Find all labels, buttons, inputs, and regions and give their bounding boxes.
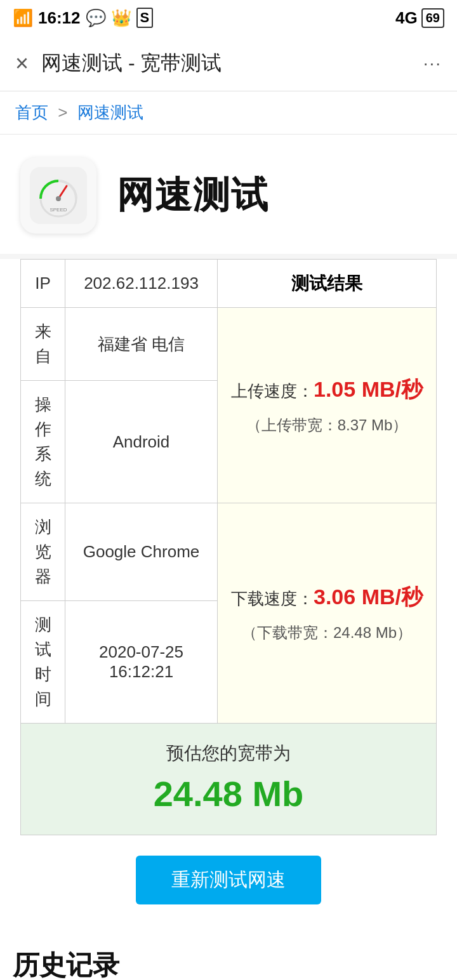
download-speed-value: 3.06 MB/秒	[314, 585, 423, 609]
from-row: 来自 福建省 电信 上传速度：1.05 MB/秒 （上传带宽：8.37 Mb）	[21, 308, 437, 381]
battery-display: 69	[421, 8, 444, 28]
info-table-wrapper: IP 202.62.112.193 测试结果 来自 福建省 电信 上传速度：1.…	[0, 259, 457, 835]
speedometer-icon: SPEED	[30, 167, 87, 224]
title-bar-left: × 网速测试 - 宽带测试	[15, 50, 222, 77]
download-bw-info: （下载带宽：24.48 Mb）	[230, 616, 423, 648]
history-section: 历史记录 时间 IP 上传速度 上传带宽 下载速度 下载带宽 16:12 202…	[0, 925, 457, 980]
4g-label: 4G	[395, 8, 418, 28]
os-label: 操作系统	[21, 381, 65, 503]
ip-label: IP	[21, 260, 65, 308]
download-speed-label: 下载速度：3.06 MB/秒	[230, 578, 423, 616]
status-left: 📶 16:12 💬 👑 S	[13, 8, 153, 28]
estimate-value: 24.48 Mb	[34, 773, 423, 814]
info-table: IP 202.62.112.193 测试结果 来自 福建省 电信 上传速度：1.…	[20, 259, 437, 724]
status-right: 4G 69	[395, 8, 444, 28]
svg-point-3	[56, 196, 61, 201]
wechat-icon: 💬	[86, 8, 106, 28]
app-header: SPEED 网速测试	[0, 135, 457, 254]
download-result-cell: 下载速度：3.06 MB/秒 （下载带宽：24.48 Mb）	[218, 503, 437, 724]
from-value: 福建省 电信	[65, 308, 218, 381]
more-options-icon[interactable]: ···	[423, 53, 442, 74]
time-value: 2020-07-25 16:12:21	[65, 601, 218, 724]
crown-icon: 👑	[111, 8, 131, 28]
estimate-section: 预估您的宽带为 24.48 Mb	[20, 724, 437, 835]
time-label: 测试时间	[21, 601, 65, 724]
close-icon[interactable]: ×	[15, 50, 29, 77]
time-display: 16:12	[38, 8, 81, 28]
history-title: 历史记录	[13, 937, 444, 980]
from-label: 来自	[21, 308, 65, 381]
ip-row: IP 202.62.112.193 测试结果	[21, 260, 437, 308]
page-title: 网速测试 - 宽带测试	[41, 50, 222, 77]
app-icon: SPEED	[20, 157, 96, 234]
upload-speed-label: 上传速度：1.05 MB/秒	[230, 370, 423, 409]
svg-text:SPEED: SPEED	[50, 207, 67, 213]
breadcrumb: 首页 > 网速测试	[0, 91, 457, 135]
status-bar: 📶 16:12 💬 👑 S 4G 69	[0, 0, 457, 36]
upload-bw-info: （上传带宽：8.37 Mb）	[230, 409, 423, 440]
s-icon: S	[136, 8, 154, 28]
estimate-label: 预估您的宽带为	[34, 741, 423, 765]
title-bar: × 网速测试 - 宽带测试 ···	[0, 36, 457, 91]
app-name: 网速测试	[117, 171, 269, 220]
breadcrumb-separator: >	[58, 103, 67, 122]
os-value: Android	[65, 381, 218, 503]
retest-button[interactable]: 重新测试网速	[136, 856, 321, 904]
upload-result-cell: 上传速度：1.05 MB/秒 （上传带宽：8.37 Mb）	[218, 308, 437, 503]
upload-speed-value: 1.05 MB/秒	[314, 377, 423, 401]
signal-icon: 📶	[13, 8, 33, 28]
ip-value: 202.62.112.193	[65, 260, 218, 308]
browser-label: 浏览器	[21, 503, 65, 601]
breadcrumb-home[interactable]: 首页	[15, 103, 48, 122]
breadcrumb-current[interactable]: 网速测试	[77, 103, 143, 122]
browser-value: Google Chrome	[65, 503, 218, 601]
browser-row: 浏览器 Google Chrome 下载速度：3.06 MB/秒 （下载带宽：2…	[21, 503, 437, 601]
retest-wrapper: 重新测试网速	[0, 835, 457, 925]
result-header: 测试结果	[218, 260, 437, 308]
